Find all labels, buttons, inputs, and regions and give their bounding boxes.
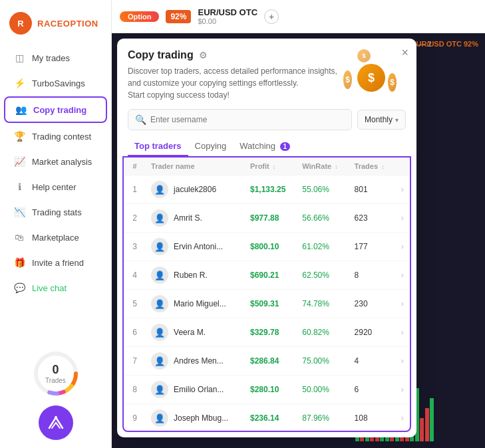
turbo-savings-icon: ⚡ [13,77,25,89]
sidebar-item-trading-contest[interactable]: 🏆 Trading contest [4,124,107,148]
tab-copying[interactable]: Copying [188,137,234,156]
profit-cell: $329.78 [245,318,297,347]
tab-label: Top traders [134,141,182,151]
row-arrow[interactable]: › [395,376,410,404]
row-arrow[interactable]: › [395,290,410,318]
table-row[interactable]: 2 👤 Amrit S. $977.88 56.66% 623 › [124,204,410,233]
sidebar-item-turbo-savings[interactable]: ⚡ TurboSavings [4,71,107,95]
trader-name-cell: 👤 Ervin Antoni... [146,233,245,261]
profit-cell: $236.14 [245,404,297,433]
logo-icon: R [9,12,32,35]
tabs-row: Top traders Copying Watching 1 [117,137,416,156]
trading-stats-icon: 📉 [13,206,25,218]
table-row[interactable]: 7 👤 Andres Men... $286.84 75.00% 4 › [124,347,410,376]
table-row[interactable]: 9 👤 Joseph Mbug... $236.14 87.96% 108 › [124,404,410,433]
sidebar-item-my-trades[interactable]: ◫ My trades [4,46,107,70]
sidebar-item-trading-stats[interactable]: 📉 Trading stats [4,200,107,224]
rank-cell: 2 [124,204,146,233]
trader-name: Ruben R. [174,271,208,280]
trader-name: Andres Men... [174,356,224,366]
trades-sort-icon: ↕ [381,164,385,170]
tab-top-traders[interactable]: Top traders [128,137,188,156]
trader-name-cell: 👤 Joseph Mbug... [146,404,245,433]
market-analysis-icon: 📈 [13,156,25,168]
logo-text: RACEOPTION [37,19,98,29]
sidebar-item-copy-trading[interactable]: 👥 Copy trading [4,96,107,123]
trader-name-cell: 👤 jaculek2806 [146,175,245,204]
main-area: Option 92% EUR/USD OTC $0.00 + [112,0,485,448]
search-row: 🔍 Monthly ▾ [117,109,416,137]
row-arrow[interactable]: › [395,347,410,376]
sidebar-item-label: Live chat [32,283,67,293]
search-box[interactable]: 🔍 [128,109,352,130]
avatar: 👤 [151,324,168,341]
rank-cell: 4 [124,261,146,290]
table-row[interactable]: 1 👤 jaculek2806 $1,133.25 55.06% 801 › [124,175,410,204]
sidebar-item-label: Trading contest [32,132,91,142]
tab-label: Copying [195,141,227,151]
row-arrow[interactable]: › [395,204,410,233]
row-arrow[interactable]: › [395,404,410,433]
my-trades-icon: ◫ [13,52,25,64]
top-bar: Option 92% EUR/USD OTC $0.00 + [112,0,485,33]
avatar: 👤 [151,267,168,284]
avatar: 👤 [151,238,168,255]
winrate-cell: 55.06% [297,175,349,204]
trades-cell: 108 [349,404,395,433]
avatar: 👤 [151,381,168,398]
winrate-cell: 50.00% [297,376,349,404]
winrate-cell: 61.02% [297,233,349,261]
filter-dropdown[interactable]: Monthly ▾ [357,110,406,130]
col-trades[interactable]: Trades ↕ [349,158,395,175]
rank-cell: 7 [124,347,146,376]
sidebar-item-market-analysis[interactable]: 📈 Market analysis [4,150,107,173]
trader-name: Veera M. [174,328,206,337]
sidebar-item-help-center[interactable]: ℹ Help center [4,175,107,199]
watching-badge: 1 [280,142,291,151]
rank-cell: 6 [124,318,146,347]
avatar: 👤 [151,209,168,227]
instrument-name: EUR/USD OTC [198,7,257,17]
copy-trading-icon: 👥 [15,104,27,116]
trades-cell: 177 [349,233,395,261]
sidebar-item-label: Invite a friend [32,258,84,268]
table-row[interactable]: 8 👤 Emilio Orlan... $280.10 50.00% 6 › [124,376,410,404]
row-arrow[interactable]: › [395,233,410,261]
option-badge: Option [120,11,159,22]
trader-name: jaculek2806 [174,185,216,194]
rank-cell: 3 [124,233,146,261]
sidebar-item-live-chat[interactable]: 💬 Live chat [4,276,107,300]
table-row[interactable]: 5 👤 Mario Miguel... $509.31 74.78% 230 › [124,290,410,318]
col-winrate[interactable]: WinRate ↕ [297,158,349,175]
close-button[interactable]: × [401,47,408,58]
bottom-logo [39,405,73,440]
table-row[interactable]: 3 👤 Ervin Antoni... $800.10 61.02% 177 › [124,233,410,261]
settings-icon[interactable]: ⚙ [199,50,208,60]
sidebar-item-label: Copy trading [33,105,86,115]
traders-table: # Trader name Profit ↕ Win [124,158,410,432]
instrument-price: $0.00 [198,17,257,25]
table-row[interactable]: 6 👤 Veera M. $329.78 60.82% 2920 › [124,318,410,347]
trades-label: Trades [45,377,66,384]
add-instrument-button[interactable]: + [264,9,279,24]
profit-cell: $800.10 [245,233,297,261]
tab-label: Watching [240,141,275,151]
row-arrow[interactable]: › [395,261,410,290]
tab-watching[interactable]: Watching 1 [233,137,297,156]
table-row[interactable]: 4 👤 Ruben R. $690.21 62.50% 8 › [124,261,410,290]
trading-contest-icon: 🏆 [13,130,25,142]
col-profit[interactable]: Profit ↕ [245,158,297,175]
row-arrow[interactable]: › [395,175,410,204]
avatar: 👤 [151,181,168,198]
winrate-cell: 74.78% [297,290,349,318]
percent-badge: 92% [166,10,191,23]
row-arrow[interactable]: › [395,318,410,347]
search-input[interactable] [150,115,345,124]
trades-count: 0 [45,363,66,377]
chart-area: 7 close — 2 EUR/USD OTC 92% Copy trading… [112,33,485,448]
trader-name-cell: 👤 Andres Men... [146,347,245,376]
profit-sort-icon: ↕ [273,164,276,170]
sidebar-item-marketplace[interactable]: 🛍 Marketplace [4,225,107,249]
sidebar-item-invite-friend[interactable]: 🎁 Invite a friend [4,251,107,275]
help-center-icon: ℹ [13,181,25,193]
